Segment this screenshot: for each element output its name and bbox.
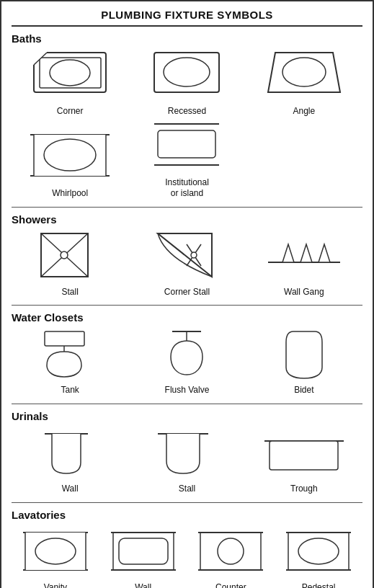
institutional-bath-svg xyxy=(143,120,230,174)
flush-valve-wc-svg xyxy=(143,328,230,382)
corner-bath-svg xyxy=(27,49,113,103)
symbol-wall-urinal: Wall xyxy=(12,427,128,495)
section-title-lavs: Lavatories xyxy=(12,509,362,521)
svg-point-23 xyxy=(61,251,68,259)
section-title-wc: Water Closets xyxy=(12,311,362,324)
label-stall-urinal: Stall xyxy=(179,484,195,495)
label-trough-urinal: Trough xyxy=(290,484,318,495)
label-counter-lav: Counter xyxy=(215,582,246,588)
wc-row1: Tank Flush Valve Bidet xyxy=(12,328,362,396)
page-title: PLUMBING FIXTURE SYMBOLS xyxy=(12,9,362,27)
svg-marker-30 xyxy=(282,244,294,262)
svg-point-28 xyxy=(191,252,197,258)
divider-lavs xyxy=(12,502,362,503)
svg-rect-51 xyxy=(119,538,168,564)
label-recessed-bath: Recessed xyxy=(168,106,206,117)
svg-rect-19 xyxy=(158,130,215,158)
lavs-row1: Vanity Wall xyxy=(12,525,362,588)
counter-lav-svg xyxy=(195,525,267,579)
symbol-stall-shower: Stall xyxy=(12,230,128,298)
symbol-counter-lav: Counter xyxy=(187,525,275,588)
symbol-bidet-wc: Bidet xyxy=(246,328,362,396)
pedestal-lav-svg xyxy=(282,525,355,579)
symbol-pedestal-lav: Pedestal xyxy=(275,525,362,588)
symbol-flush-valve-wc: Flush Valve xyxy=(128,328,245,396)
svg-marker-32 xyxy=(319,244,330,262)
svg-rect-40 xyxy=(270,441,338,470)
label-wall-gang-shower: Wall Gang xyxy=(284,287,324,298)
symbol-trough-urinal: Trough xyxy=(246,427,362,495)
label-flush-valve-wc: Flush Valve xyxy=(165,385,210,396)
label-pedestal-lav: Pedestal xyxy=(302,582,336,588)
divider-showers xyxy=(12,207,362,208)
symbol-corner-stall-shower: Corner Stall xyxy=(128,230,245,298)
wall-urinal-svg xyxy=(27,427,113,481)
svg-rect-33 xyxy=(45,331,84,346)
bidet-wc-svg xyxy=(261,328,347,382)
recessed-bath-svg xyxy=(143,49,230,103)
symbol-vanity-lav: Vanity xyxy=(12,525,99,588)
section-showers: Showers Stall xyxy=(12,213,362,298)
symbol-corner-bath: Corner xyxy=(12,49,128,117)
label-vanity-lav: Vanity xyxy=(44,582,67,588)
trough-urinal-svg xyxy=(261,427,347,481)
svg-point-56 xyxy=(218,538,244,564)
svg-point-8 xyxy=(164,58,210,86)
symbol-recessed-bath: Recessed xyxy=(128,49,245,117)
symbol-bath-empty xyxy=(246,146,362,200)
vanity-lav-svg xyxy=(19,525,92,579)
empty-svg xyxy=(261,146,347,200)
section-water-closets: Water Closets Tank Flus xyxy=(12,311,362,396)
wall-lav-svg xyxy=(107,525,179,579)
label-wall-urinal: Wall xyxy=(62,484,79,495)
label-corner-stall-shower: Corner Stall xyxy=(164,287,210,298)
divider-wc xyxy=(12,305,362,306)
symbol-tank-wc: Tank xyxy=(12,328,128,396)
baths-row1: Corner Recessed Angle xyxy=(12,49,362,117)
whirlpool-bath-svg xyxy=(27,131,113,185)
wall-gang-shower-svg xyxy=(261,230,347,284)
stall-urinal-svg xyxy=(143,427,230,481)
svg-point-10 xyxy=(282,58,326,86)
svg-point-16 xyxy=(44,139,96,171)
svg-point-46 xyxy=(35,538,76,564)
symbol-institutional-bath: Institutional or island xyxy=(128,120,245,200)
stall-shower-svg xyxy=(27,230,113,284)
symbol-stall-urinal: Stall xyxy=(128,427,245,495)
section-urinals: Urinals Wall Stall xyxy=(12,410,362,495)
showers-row1: Stall Corner Stall xyxy=(12,230,362,298)
section-title-urinals: Urinals xyxy=(12,410,362,422)
baths-row2: Whirlpool Institutional or island xyxy=(12,120,362,200)
symbol-wall-lav: Wall xyxy=(99,525,187,588)
label-whirlpool-bath: Whirlpool xyxy=(52,188,88,200)
tank-wc-svg xyxy=(27,328,113,382)
label-wall-lav: Wall xyxy=(135,582,151,588)
label-bidet-wc: Bidet xyxy=(294,385,313,396)
svg-point-61 xyxy=(298,538,339,564)
page: PLUMBING FIXTURE SYMBOLS Baths Corner xyxy=(0,0,374,588)
label-tank-wc: Tank xyxy=(61,385,79,396)
label-angle-bath: Angle xyxy=(293,106,315,117)
section-baths: Baths Corner xyxy=(12,32,362,200)
angle-bath-svg xyxy=(261,49,347,103)
urinals-row1: Wall Stall Trough xyxy=(12,427,362,495)
symbol-angle-bath: Angle xyxy=(246,49,362,117)
label-stall-shower: Stall xyxy=(61,287,78,298)
symbol-wall-gang-shower: Wall Gang xyxy=(246,230,362,298)
svg-point-2 xyxy=(50,60,90,86)
section-lavatories: Lavatories Vanity xyxy=(12,509,362,588)
label-institutional-bath: Institutional or island xyxy=(165,177,209,200)
section-title-showers: Showers xyxy=(12,213,362,226)
svg-marker-31 xyxy=(300,244,312,262)
symbol-whirlpool-bath: Whirlpool xyxy=(12,131,128,200)
divider-urinals xyxy=(12,404,362,404)
section-title-baths: Baths xyxy=(12,32,362,45)
corner-stall-shower-svg xyxy=(143,230,230,284)
label-corner-bath: Corner xyxy=(57,106,84,117)
